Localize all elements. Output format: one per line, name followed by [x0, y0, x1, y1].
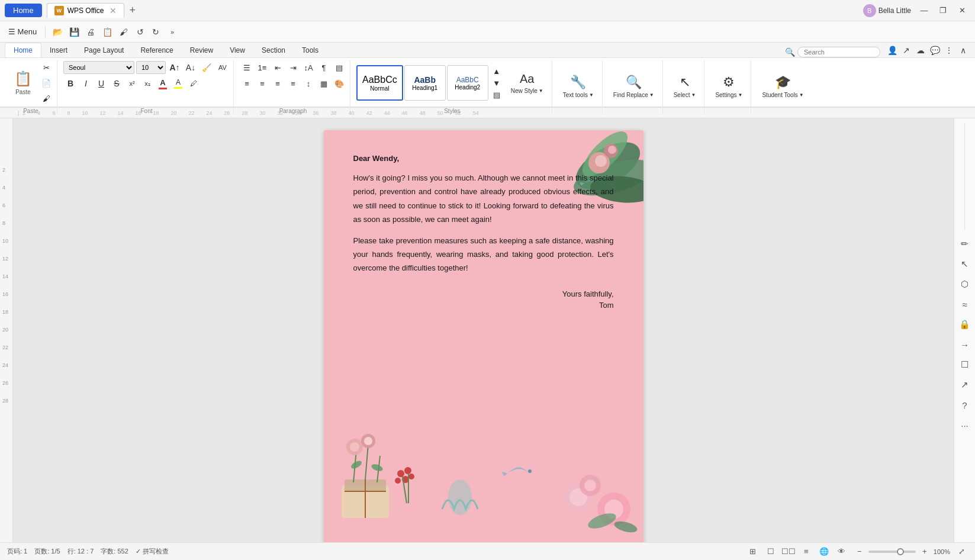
font-name-select[interactable]: Seoul [63, 61, 134, 74]
bold-btn[interactable]: B [63, 76, 78, 91]
edit-pen-btn[interactable]: ✏ [957, 236, 973, 252]
subscript-btn[interactable]: x₂ [140, 76, 155, 91]
more-ribbon-btn[interactable]: ⋮ [942, 43, 956, 57]
minimize-button[interactable]: — [916, 4, 932, 17]
account-btn[interactable]: 👤 [885, 43, 899, 57]
read-mode-btn[interactable]: 👁 [835, 545, 848, 558]
tab-close-btn[interactable]: ✕ [110, 6, 117, 15]
smart-art-btn[interactable]: ≈ [957, 296, 973, 313]
student-tools-btn[interactable]: 🎓 Student Tools ▼ [757, 72, 808, 101]
strikethrough-btn[interactable]: S [110, 76, 124, 91]
shading-btn[interactable]: 🖊 [186, 76, 201, 91]
tab-tools[interactable]: Tools [294, 43, 327, 57]
zoom-out-btn[interactable]: − [853, 545, 866, 558]
styles-scroll-down-btn[interactable]: ▼ [490, 77, 504, 89]
settings-btn[interactable]: ⚙ Settings ▼ [710, 72, 747, 101]
font-color-btn[interactable]: A [156, 76, 170, 91]
document-tab[interactable]: W WPS Office ✕ [47, 3, 125, 18]
cloud-btn[interactable]: ☁ [913, 43, 928, 57]
cut-button[interactable]: ✂ [39, 60, 53, 75]
superscript-btn[interactable]: x² [125, 76, 139, 91]
copy-button[interactable]: 📄 [39, 76, 53, 90]
export-btn[interactable]: ↗ [957, 376, 973, 393]
shapes-btn[interactable]: ⬡ [957, 276, 973, 292]
bullets-btn[interactable]: ☰ [240, 60, 254, 75]
font-size-decrease-btn[interactable]: A↓ [184, 60, 198, 75]
decrease-indent-btn[interactable]: ⇤ [271, 60, 285, 75]
style-heading1[interactable]: AaBb Heading1 [404, 65, 446, 101]
char-spacing-btn[interactable]: AV [215, 60, 230, 75]
find-replace-btn[interactable]: 🔍 Find Replace ▼ [609, 72, 659, 101]
collapse-ribbon-btn[interactable]: ∧ [956, 43, 970, 57]
zoom-slider[interactable] [868, 551, 916, 553]
tab-home[interactable]: Home [5, 43, 41, 57]
borders-btn[interactable]: ▦ [317, 76, 331, 91]
line-spacing-btn[interactable]: ↕ [301, 76, 316, 91]
undo-btn[interactable]: ↺ [133, 25, 147, 39]
print-btn[interactable]: 🖨 [83, 25, 98, 39]
new-style-btn[interactable]: Aa New Style ▼ [506, 70, 548, 96]
page-view-btn[interactable]: ⊞ [746, 545, 760, 558]
font-size-select[interactable]: 10 [136, 61, 166, 74]
align-left-btn[interactable]: ≡ [240, 76, 254, 91]
tab-insert[interactable]: Insert [41, 43, 76, 57]
sort-btn[interactable]: ↕A [301, 60, 316, 75]
select-cursor-btn[interactable]: ↖ [957, 256, 973, 272]
share-btn[interactable]: ↗ [899, 43, 913, 57]
highlight-btn[interactable]: A [171, 76, 185, 91]
more-tools-btn[interactable]: ··· [957, 417, 973, 433]
tab-review[interactable]: Review [182, 43, 221, 57]
close-button[interactable]: ✕ [954, 4, 970, 17]
menu-button[interactable]: ☰ Menu [5, 25, 40, 38]
tab-view[interactable]: View [221, 43, 253, 57]
lock-btn[interactable]: 🔒 [957, 316, 973, 333]
document-area[interactable]: Dear Wendy, How's it going? I miss you s… [13, 118, 954, 542]
redo-btn[interactable]: ↻ [149, 25, 163, 39]
multi-page-btn[interactable]: ☐☐ [782, 545, 795, 558]
outline-view-btn[interactable]: ≡ [800, 545, 813, 558]
spell-check[interactable]: ✓ 拼写检查 [136, 547, 169, 556]
search-input[interactable] [797, 47, 880, 57]
fullscreen-btn[interactable]: ⤢ [955, 545, 968, 558]
format-paint-toolbar-btn[interactable]: 🖌 [117, 25, 131, 39]
more-toolbar-btn[interactable]: » [165, 25, 179, 39]
single-page-btn[interactable]: ☐ [764, 545, 777, 558]
help-btn[interactable]: ? [957, 397, 973, 413]
comment-btn[interactable]: 💬 [928, 43, 942, 57]
home-button[interactable]: Home [5, 4, 42, 17]
show-marks-btn[interactable]: ¶ [317, 60, 331, 75]
numbering-btn[interactable]: 1≡ [255, 60, 269, 75]
italic-btn[interactable]: I [79, 76, 93, 91]
paste-toolbar-btn[interactable]: 📋 [100, 25, 114, 39]
style-heading2[interactable]: AaBbC Heading2 [447, 65, 488, 101]
align-center-btn[interactable]: ≡ [255, 76, 269, 91]
open-file-btn[interactable]: 📂 [50, 25, 65, 39]
select-btn[interactable]: ↖ Select ▼ [669, 72, 701, 101]
justify-btn[interactable]: ≡ [286, 76, 300, 91]
styles-more-btn[interactable]: ▤ [490, 89, 504, 101]
send-forward-btn[interactable]: → [957, 336, 973, 353]
web-layout-btn[interactable]: 🌐 [818, 545, 831, 558]
save-btn[interactable]: 💾 [67, 25, 81, 39]
text-box-btn[interactable]: ☐ [957, 356, 973, 373]
new-tab-button[interactable]: + [124, 4, 140, 17]
tab-page-layout[interactable]: Page Layout [76, 43, 132, 57]
zoom-in-btn[interactable]: + [918, 545, 931, 558]
text-tools-btn[interactable]: 🔧 Text tools ▼ [558, 72, 598, 101]
increase-indent-btn[interactable]: ⇥ [286, 60, 300, 75]
paste-button[interactable]: 📋 Paste [8, 68, 38, 98]
clear-format-btn[interactable]: 🧹 [199, 60, 214, 75]
svg-point-25 [395, 478, 401, 484]
styles-scroll-up-btn[interactable]: ▲ [490, 65, 504, 77]
columns-btn[interactable]: ▤ [332, 60, 346, 75]
font-size-increase-btn[interactable]: A↑ [168, 60, 182, 75]
style-normal[interactable]: AaBbCc Normal [356, 65, 403, 101]
tab-section[interactable]: Section [253, 43, 294, 57]
underline-btn[interactable]: U [94, 76, 108, 91]
restore-button[interactable]: ❐ [935, 4, 951, 17]
tab-reference[interactable]: Reference [132, 43, 181, 57]
align-right-btn[interactable]: ≡ [271, 76, 285, 91]
svg-point-21 [397, 470, 404, 477]
format-painter-button[interactable]: 🖌 [39, 91, 53, 105]
shading2-btn[interactable]: 🎨 [332, 76, 346, 91]
